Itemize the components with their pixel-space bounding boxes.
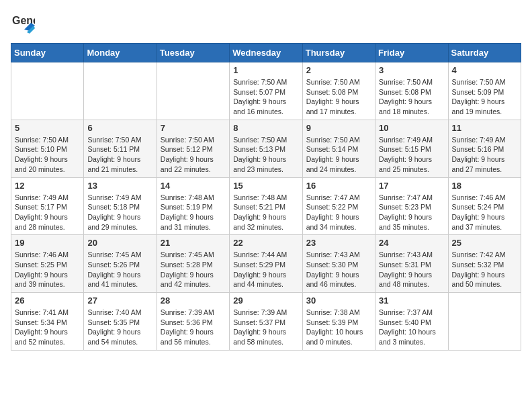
calendar-cell: 19Sunrise: 7:46 AM Sunset: 5:25 PM Dayli… <box>11 235 84 293</box>
calendar-cell: 18Sunrise: 7:46 AM Sunset: 5:24 PM Dayli… <box>448 177 521 235</box>
logo: General <box>11 11 38 35</box>
day-number: 26 <box>15 295 80 306</box>
day-info: Sunrise: 7:46 AM Sunset: 5:24 PM Dayligh… <box>452 193 517 232</box>
day-info: Sunrise: 7:47 AM Sunset: 5:22 PM Dayligh… <box>306 193 371 232</box>
calendar-cell <box>11 62 84 120</box>
calendar-cell: 27Sunrise: 7:40 AM Sunset: 5:35 PM Dayli… <box>84 293 157 351</box>
calendar-cell: 13Sunrise: 7:49 AM Sunset: 5:18 PM Dayli… <box>84 177 157 235</box>
calendar-cell: 21Sunrise: 7:45 AM Sunset: 5:28 PM Dayli… <box>157 235 229 293</box>
day-info: Sunrise: 7:43 AM Sunset: 5:30 PM Dayligh… <box>306 250 371 289</box>
calendar-table: SundayMondayTuesdayWednesdayThursdayFrid… <box>11 43 521 351</box>
calendar-cell <box>84 62 157 120</box>
calendar-cell: 3Sunrise: 7:50 AM Sunset: 5:08 PM Daylig… <box>375 62 448 120</box>
day-info: Sunrise: 7:44 AM Sunset: 5:29 PM Dayligh… <box>233 250 298 289</box>
calendar-cell: 31Sunrise: 7:37 AM Sunset: 5:40 PM Dayli… <box>375 293 448 351</box>
weekday-header: Wednesday <box>230 44 302 62</box>
calendar-cell: 22Sunrise: 7:44 AM Sunset: 5:29 PM Dayli… <box>230 235 302 293</box>
day-info: Sunrise: 7:48 AM Sunset: 5:19 PM Dayligh… <box>161 193 226 232</box>
calendar-cell: 23Sunrise: 7:43 AM Sunset: 5:30 PM Dayli… <box>302 235 375 293</box>
day-info: Sunrise: 7:49 AM Sunset: 5:15 PM Dayligh… <box>379 135 444 175</box>
calendar-cell: 10Sunrise: 7:49 AM Sunset: 5:15 PM Dayli… <box>375 120 448 177</box>
day-number: 20 <box>87 238 152 248</box>
calendar-week-row: 12Sunrise: 7:49 AM Sunset: 5:17 PM Dayli… <box>11 177 521 235</box>
calendar-cell: 17Sunrise: 7:47 AM Sunset: 5:23 PM Dayli… <box>375 177 448 235</box>
day-number: 16 <box>306 181 371 191</box>
day-number: 9 <box>306 123 371 133</box>
day-info: Sunrise: 7:50 AM Sunset: 5:07 PM Dayligh… <box>233 77 298 117</box>
day-number: 5 <box>15 123 80 133</box>
calendar-week-row: 26Sunrise: 7:41 AM Sunset: 5:34 PM Dayli… <box>11 293 521 351</box>
day-info: Sunrise: 7:47 AM Sunset: 5:23 PM Dayligh… <box>379 193 444 232</box>
day-info: Sunrise: 7:39 AM Sunset: 5:37 PM Dayligh… <box>233 308 298 347</box>
day-number: 14 <box>161 181 226 191</box>
calendar-cell: 4Sunrise: 7:50 AM Sunset: 5:09 PM Daylig… <box>448 62 521 120</box>
calendar-cell: 5Sunrise: 7:50 AM Sunset: 5:10 PM Daylig… <box>11 120 84 177</box>
day-info: Sunrise: 7:50 AM Sunset: 5:12 PM Dayligh… <box>161 135 226 175</box>
calendar-week-row: 5Sunrise: 7:50 AM Sunset: 5:10 PM Daylig… <box>11 120 521 177</box>
calendar-cell: 30Sunrise: 7:38 AM Sunset: 5:39 PM Dayli… <box>302 293 375 351</box>
calendar-cell: 15Sunrise: 7:48 AM Sunset: 5:21 PM Dayli… <box>230 177 302 235</box>
weekday-header: Saturday <box>448 44 521 62</box>
day-info: Sunrise: 7:45 AM Sunset: 5:26 PM Dayligh… <box>87 250 152 289</box>
day-number: 6 <box>87 123 152 133</box>
calendar-cell <box>157 62 229 120</box>
weekday-header: Monday <box>84 44 157 62</box>
day-info: Sunrise: 7:50 AM Sunset: 5:10 PM Dayligh… <box>15 135 80 175</box>
day-number: 31 <box>379 295 444 306</box>
calendar-cell: 9Sunrise: 7:50 AM Sunset: 5:14 PM Daylig… <box>302 120 375 177</box>
day-number: 30 <box>306 295 371 306</box>
calendar-cell: 14Sunrise: 7:48 AM Sunset: 5:19 PM Dayli… <box>157 177 229 235</box>
day-info: Sunrise: 7:50 AM Sunset: 5:08 PM Dayligh… <box>306 77 371 117</box>
day-number: 3 <box>379 65 444 75</box>
day-number: 22 <box>233 238 298 248</box>
day-number: 11 <box>452 123 517 133</box>
logo-icon: General <box>11 11 35 35</box>
weekday-header: Friday <box>375 44 448 62</box>
day-number: 29 <box>233 295 298 306</box>
day-info: Sunrise: 7:38 AM Sunset: 5:39 PM Dayligh… <box>306 308 371 347</box>
calendar-cell: 6Sunrise: 7:50 AM Sunset: 5:11 PM Daylig… <box>84 120 157 177</box>
calendar-cell: 24Sunrise: 7:43 AM Sunset: 5:31 PM Dayli… <box>375 235 448 293</box>
day-number: 23 <box>306 238 371 248</box>
weekday-header: Sunday <box>11 44 84 62</box>
page-header: General <box>11 11 521 35</box>
day-number: 15 <box>233 181 298 191</box>
day-info: Sunrise: 7:43 AM Sunset: 5:31 PM Dayligh… <box>379 250 444 289</box>
day-info: Sunrise: 7:40 AM Sunset: 5:35 PM Dayligh… <box>87 308 152 347</box>
calendar-cell <box>448 293 521 351</box>
day-number: 2 <box>306 65 371 75</box>
day-number: 8 <box>233 123 298 133</box>
day-info: Sunrise: 7:49 AM Sunset: 5:17 PM Dayligh… <box>15 193 80 232</box>
day-info: Sunrise: 7:39 AM Sunset: 5:36 PM Dayligh… <box>161 308 226 347</box>
calendar-cell: 11Sunrise: 7:49 AM Sunset: 5:16 PM Dayli… <box>448 120 521 177</box>
calendar-cell: 28Sunrise: 7:39 AM Sunset: 5:36 PM Dayli… <box>157 293 229 351</box>
calendar-cell: 8Sunrise: 7:50 AM Sunset: 5:13 PM Daylig… <box>230 120 302 177</box>
calendar-cell: 7Sunrise: 7:50 AM Sunset: 5:12 PM Daylig… <box>157 120 229 177</box>
calendar-cell: 20Sunrise: 7:45 AM Sunset: 5:26 PM Dayli… <box>84 235 157 293</box>
day-number: 24 <box>379 238 444 248</box>
day-info: Sunrise: 7:48 AM Sunset: 5:21 PM Dayligh… <box>233 193 298 232</box>
day-info: Sunrise: 7:50 AM Sunset: 5:09 PM Dayligh… <box>452 77 517 117</box>
day-number: 4 <box>452 65 517 75</box>
day-number: 28 <box>161 295 226 306</box>
day-number: 27 <box>87 295 152 306</box>
calendar-cell: 29Sunrise: 7:39 AM Sunset: 5:37 PM Dayli… <box>230 293 302 351</box>
calendar-cell: 26Sunrise: 7:41 AM Sunset: 5:34 PM Dayli… <box>11 293 84 351</box>
day-info: Sunrise: 7:50 AM Sunset: 5:11 PM Dayligh… <box>87 135 152 175</box>
calendar-cell: 2Sunrise: 7:50 AM Sunset: 5:08 PM Daylig… <box>302 62 375 120</box>
day-info: Sunrise: 7:41 AM Sunset: 5:34 PM Dayligh… <box>15 308 80 347</box>
day-info: Sunrise: 7:45 AM Sunset: 5:28 PM Dayligh… <box>161 250 226 289</box>
day-number: 10 <box>379 123 444 133</box>
day-info: Sunrise: 7:42 AM Sunset: 5:32 PM Dayligh… <box>452 250 517 289</box>
day-number: 17 <box>379 181 444 191</box>
weekday-header: Tuesday <box>157 44 229 62</box>
calendar-week-row: 19Sunrise: 7:46 AM Sunset: 5:25 PM Dayli… <box>11 235 521 293</box>
day-number: 18 <box>452 181 517 191</box>
day-info: Sunrise: 7:37 AM Sunset: 5:40 PM Dayligh… <box>379 308 444 347</box>
day-info: Sunrise: 7:49 AM Sunset: 5:16 PM Dayligh… <box>452 135 517 175</box>
day-number: 7 <box>161 123 226 133</box>
calendar-cell: 12Sunrise: 7:49 AM Sunset: 5:17 PM Dayli… <box>11 177 84 235</box>
calendar-week-row: 1Sunrise: 7:50 AM Sunset: 5:07 PM Daylig… <box>11 62 521 120</box>
weekday-header: Thursday <box>302 44 375 62</box>
calendar-cell: 16Sunrise: 7:47 AM Sunset: 5:22 PM Dayli… <box>302 177 375 235</box>
